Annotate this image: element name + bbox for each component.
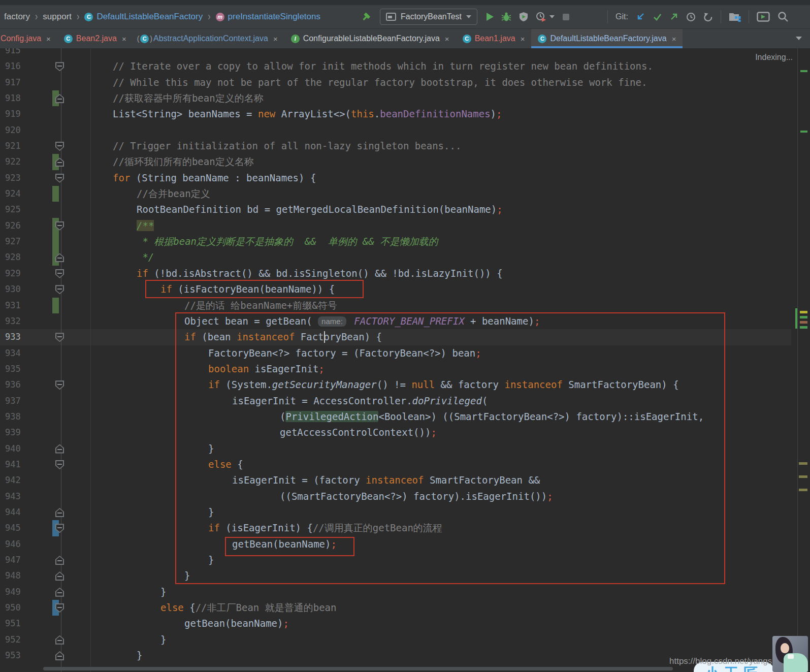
line-number[interactable]: 948	[5, 568, 21, 584]
close-icon[interactable]: ×	[273, 35, 278, 43]
code-text[interactable]: //是的话 给beanName+前缀&符号	[91, 298, 791, 313]
run-configuration-select[interactable]: FactoryBeanTest	[380, 9, 477, 25]
stripe-mark[interactable]	[800, 316, 807, 318]
search-icon[interactable]	[777, 11, 789, 22]
code-text[interactable]: List<String> beanNames = new ArrayList<>…	[91, 106, 791, 122]
code-line-916[interactable]: 916// Iterate over a copy to allow for i…	[0, 58, 791, 74]
git-commit-icon[interactable]	[653, 12, 662, 21]
stripe-mark[interactable]	[800, 321, 807, 324]
line-number[interactable]: 934	[5, 345, 21, 361]
code-text[interactable]	[91, 122, 791, 138]
line-number[interactable]: 930	[5, 281, 21, 297]
close-icon[interactable]: ×	[672, 35, 676, 43]
fold-marker-icon[interactable]	[55, 635, 64, 645]
fold-marker-icon[interactable]	[55, 333, 64, 342]
code-line-929[interactable]: 929if (!bd.isAbstract() && bd.isSingleto…	[0, 266, 791, 281]
code-line-952[interactable]: 952}	[0, 632, 791, 648]
tab-Bean1.java[interactable]: CBean1.java×	[456, 29, 532, 48]
line-number[interactable]: 931	[5, 298, 21, 313]
stripe-mark[interactable]	[799, 462, 807, 465]
stripe-mark[interactable]	[799, 475, 807, 478]
run-icon[interactable]	[485, 12, 494, 21]
line-number[interactable]: 953	[5, 648, 21, 663]
code-line-930[interactable]: 930if (isFactoryBean(beanName)) {	[0, 281, 791, 297]
tab-ConfigurableListableBeanFactory.java[interactable]: IConfigurableListableBeanFactory.java×	[284, 29, 456, 48]
fold-marker-icon[interactable]	[55, 556, 64, 565]
code-line-922[interactable]: 922//循环我们所有的bean定义名称	[0, 154, 791, 170]
tab-Config.java[interactable]: CConfig.java×	[0, 29, 57, 48]
code-text[interactable]: }	[91, 584, 791, 600]
stripe-mark[interactable]	[800, 70, 807, 72]
fold-marker-icon[interactable]	[55, 174, 64, 183]
fold-marker-icon[interactable]	[55, 285, 64, 294]
code-text[interactable]: for (String beanName : beanNames) {	[91, 170, 791, 186]
line-number[interactable]: 939	[5, 425, 21, 440]
profiler-icon[interactable]	[536, 12, 546, 22]
breadcrumb-item-factory[interactable]: factory	[4, 12, 30, 22]
stripe-mark[interactable]	[800, 311, 807, 313]
code-line-928[interactable]: 928*/	[0, 249, 791, 265]
git-rollback-icon[interactable]	[703, 12, 713, 22]
line-number[interactable]: 923	[5, 170, 21, 186]
line-number[interactable]: 927	[5, 234, 21, 249]
line-number[interactable]: 936	[5, 377, 21, 393]
code-text[interactable]	[91, 48, 791, 58]
code-line-949[interactable]: 949}	[0, 584, 791, 600]
code-line-918[interactable]: 918//获取容器中所有bean定义的名称	[0, 90, 791, 106]
breadcrumb-item-support[interactable]: support	[43, 12, 72, 22]
stripe-mark[interactable]	[795, 308, 797, 329]
line-number[interactable]: 933	[5, 329, 21, 345]
code-line-927[interactable]: 927* 根据bean定义判断是不是抽象的 && 单例的 && 不是懒加载的	[0, 234, 791, 249]
line-number[interactable]: 925	[5, 202, 21, 217]
line-number[interactable]: 917	[5, 75, 21, 90]
fold-marker-icon[interactable]	[55, 62, 64, 71]
code-text[interactable]: */	[91, 249, 791, 265]
fold-marker-icon[interactable]	[55, 651, 64, 660]
line-number[interactable]: 920	[5, 122, 21, 138]
line-number[interactable]: 949	[5, 584, 21, 600]
git-update-icon[interactable]	[636, 12, 645, 21]
code-text[interactable]: /**	[91, 218, 791, 234]
line-number[interactable]: 944	[5, 504, 21, 520]
code-line-951[interactable]: 951getBean(beanName);	[0, 616, 791, 631]
line-number[interactable]: 935	[5, 361, 21, 377]
build-hammer-icon[interactable]	[362, 12, 372, 22]
code-line-923[interactable]: 923for (String beanName : beanNames) {	[0, 170, 791, 186]
line-number[interactable]: 947	[5, 552, 21, 568]
tab-AbstractApplicationContext.java[interactable]: (C)AbstractApplicationContext.java×	[133, 29, 284, 48]
line-number[interactable]: 940	[5, 441, 21, 457]
code-text[interactable]: //获取容器中所有bean定义的名称	[91, 90, 791, 106]
fold-marker-icon[interactable]	[55, 269, 64, 278]
fold-marker-icon[interactable]	[55, 444, 64, 454]
stop-icon[interactable]	[563, 14, 569, 20]
code-text[interactable]: else {//非工厂Bean 就是普通的bean	[91, 600, 791, 616]
fold-marker-icon[interactable]	[55, 380, 64, 390]
line-number[interactable]: 928	[5, 249, 21, 265]
fold-marker-icon[interactable]	[55, 508, 64, 517]
line-number[interactable]: 929	[5, 266, 21, 281]
code-line-915[interactable]: 915	[0, 48, 791, 58]
line-number[interactable]: 945	[5, 520, 21, 536]
tab-Bean2.java[interactable]: CBean2.java×	[57, 29, 133, 48]
code-line-931[interactable]: 931//是的话 给beanName+前缀&符号	[0, 298, 791, 313]
close-icon[interactable]: ×	[445, 35, 449, 43]
line-number[interactable]: 932	[5, 313, 21, 329]
code-text[interactable]: }	[91, 632, 791, 648]
line-number[interactable]: 946	[5, 536, 21, 552]
stripe-mark[interactable]	[800, 326, 807, 329]
code-line-920[interactable]: 920	[0, 122, 791, 138]
line-number[interactable]: 943	[5, 489, 21, 504]
code-line-926[interactable]: 926/**	[0, 218, 791, 234]
line-number[interactable]: 951	[5, 616, 21, 631]
project-structure-icon[interactable]	[729, 12, 741, 22]
line-number[interactable]: 921	[5, 138, 21, 154]
stripe-mark[interactable]	[799, 489, 807, 491]
code-editor[interactable]: 915916// Iterate over a copy to allow fo…	[0, 48, 810, 672]
line-number[interactable]: 952	[5, 632, 21, 648]
code-text[interactable]: if (!bd.isAbstract() && bd.isSingleton()…	[91, 266, 791, 281]
line-number[interactable]: 937	[5, 393, 21, 409]
line-number[interactable]: 938	[5, 409, 21, 425]
terminal-run-icon[interactable]	[757, 12, 770, 22]
horizontal-scrollbar[interactable]	[43, 667, 673, 670]
tab-DefaultListableBeanFactory.java[interactable]: CDefaultListableBeanFactory.java×	[531, 29, 683, 48]
